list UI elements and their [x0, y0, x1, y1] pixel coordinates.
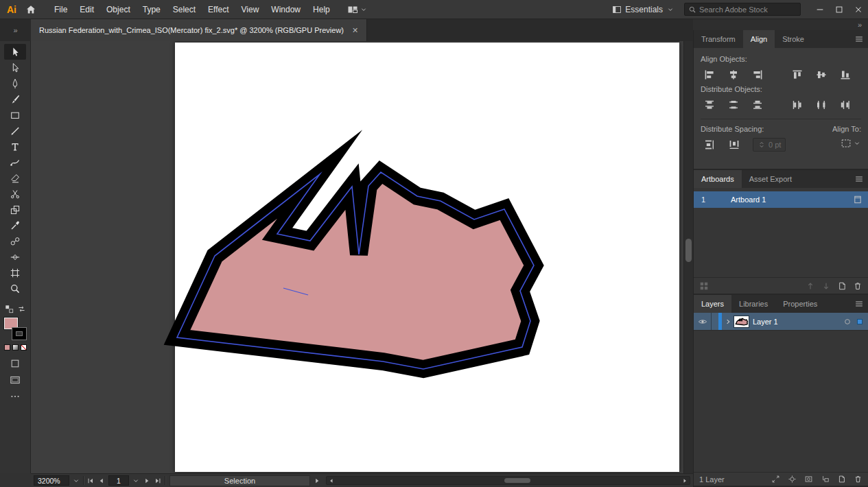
- menu-object[interactable]: Object: [100, 5, 137, 14]
- horizontal-scrollbar[interactable]: [326, 476, 690, 485]
- stroke-swatch[interactable]: [12, 328, 26, 340]
- app-logo[interactable]: Ai: [0, 4, 22, 15]
- status-field[interactable]: Selection: [169, 475, 310, 486]
- edit-toolbar-button[interactable]: [4, 389, 26, 404]
- rectangle-tool[interactable]: [4, 107, 26, 123]
- artboard-name[interactable]: Artboard 1: [713, 195, 853, 204]
- zoom-tool[interactable]: [4, 281, 26, 296]
- new-artboard-icon[interactable]: [837, 281, 847, 291]
- pencil-tool[interactable]: [4, 123, 26, 139]
- tab-asset-export[interactable]: Asset Export: [742, 170, 799, 188]
- align-horizontal-center-button[interactable]: [725, 67, 742, 83]
- menu-type[interactable]: Type: [137, 5, 167, 14]
- scroll-right-icon[interactable]: [681, 477, 688, 484]
- vertical-scrollbar[interactable]: [683, 41, 693, 473]
- zoom-dropdown-icon[interactable]: [72, 477, 80, 485]
- align-horizontal-left-button[interactable]: [701, 67, 718, 83]
- panel-menu-icon[interactable]: [850, 170, 868, 188]
- arrange-documents-button[interactable]: [347, 4, 368, 15]
- selection-tool[interactable]: [4, 44, 26, 60]
- layer-thumbnail[interactable]: [734, 316, 749, 327]
- tab-artboards[interactable]: Artboards: [694, 170, 742, 188]
- eraser-tool[interactable]: [4, 170, 26, 186]
- map-shape[interactable]: [177, 172, 534, 369]
- canvas-area[interactable]: [31, 41, 693, 473]
- expand-panel-icon[interactable]: [771, 475, 780, 484]
- home-button[interactable]: [22, 0, 40, 19]
- menu-select[interactable]: Select: [167, 5, 202, 14]
- double-chevron-icon[interactable]: »: [858, 21, 862, 29]
- stock-search-input[interactable]: [699, 5, 797, 14]
- lock-cell[interactable]: [712, 313, 718, 330]
- layer-name[interactable]: Layer 1: [753, 318, 843, 326]
- blend-tool[interactable]: [4, 233, 26, 249]
- move-up-icon[interactable]: [806, 281, 815, 291]
- pen-tool[interactable]: [4, 75, 26, 91]
- scroll-left-icon[interactable]: [328, 477, 335, 484]
- panel-menu-icon[interactable]: [850, 295, 868, 313]
- layer-selection-indicator[interactable]: [857, 319, 863, 324]
- new-sublayer-icon[interactable]: [821, 475, 830, 484]
- expand-layer-icon[interactable]: [724, 318, 732, 326]
- artboard-page-icon[interactable]: [853, 195, 863, 204]
- artboard-number-field[interactable]: 1: [108, 475, 129, 486]
- vertical-scroll-thumb[interactable]: [685, 239, 692, 262]
- distribute-vertical-center-button[interactable]: [725, 97, 742, 113]
- stock-search-box[interactable]: [684, 3, 801, 16]
- delete-layer-icon[interactable]: [854, 475, 863, 484]
- previous-artboard-button[interactable]: [97, 477, 106, 485]
- distribute-horizontal-right-button[interactable]: [837, 97, 854, 113]
- minimize-button[interactable]: [810, 0, 830, 19]
- layer-row[interactable]: Layer 1: [694, 313, 868, 331]
- layer-target-icon[interactable]: [843, 317, 852, 326]
- toolbar-collapse-button[interactable]: »: [0, 19, 31, 41]
- default-fill-stroke-icon[interactable]: [5, 305, 14, 313]
- distribute-vertical-bottom-button[interactable]: [749, 97, 766, 113]
- screen-mode-button[interactable]: [4, 372, 26, 388]
- spacing-stepper[interactable]: 0 pt: [753, 138, 786, 152]
- type-tool[interactable]: [4, 139, 26, 154]
- color-button[interactable]: [4, 344, 10, 351]
- tab-stroke[interactable]: Stroke: [775, 30, 812, 48]
- distribute-spacing-vertical-button[interactable]: [701, 136, 718, 153]
- distribute-spacing-horizontal-button[interactable]: [725, 136, 743, 153]
- stepper-arrows-icon[interactable]: [758, 141, 766, 149]
- tab-close-icon[interactable]: ✕: [352, 26, 358, 35]
- align-vertical-center-button[interactable]: [812, 67, 830, 83]
- menu-file[interactable]: File: [48, 5, 73, 14]
- direct-selection-tool[interactable]: [4, 60, 26, 75]
- tab-properties[interactable]: Properties: [775, 295, 825, 313]
- curvature-tool[interactable]: [4, 154, 26, 170]
- menu-view[interactable]: View: [235, 5, 266, 14]
- shape-builder-tool[interactable]: [4, 202, 26, 217]
- tab-transform[interactable]: Transform: [694, 30, 743, 48]
- make-clip-mask-icon[interactable]: [804, 475, 813, 484]
- align-horizontal-right-button[interactable]: [749, 67, 766, 83]
- tab-align[interactable]: Align: [743, 30, 775, 48]
- next-artboard-button[interactable]: [143, 477, 151, 485]
- rearrange-artboards-icon[interactable]: [699, 281, 709, 291]
- tab-layers[interactable]: Layers: [694, 295, 731, 313]
- locate-object-icon[interactable]: [788, 475, 797, 484]
- document-tab[interactable]: Russian Federation_with_Crimea_ISO(Merca…: [31, 19, 367, 41]
- scissors-tool[interactable]: [4, 186, 26, 202]
- distribute-horizontal-left-button[interactable]: [788, 97, 806, 113]
- eyedropper-tool[interactable]: [4, 217, 26, 233]
- visibility-toggle[interactable]: [694, 313, 712, 330]
- drawing-mode-button[interactable]: [4, 356, 26, 371]
- move-down-icon[interactable]: [821, 281, 831, 291]
- last-artboard-button[interactable]: [154, 477, 162, 485]
- artboard-row[interactable]: 1 Artboard 1: [694, 191, 868, 208]
- artboard-tool[interactable]: [4, 265, 26, 281]
- menu-edit[interactable]: Edit: [73, 5, 100, 14]
- first-artboard-button[interactable]: [86, 477, 95, 485]
- none-button[interactable]: [21, 344, 27, 351]
- status-menu-icon[interactable]: [313, 477, 321, 485]
- menu-effect[interactable]: Effect: [202, 5, 235, 14]
- paintbrush-tool[interactable]: [4, 91, 26, 107]
- distribute-vertical-top-button[interactable]: [701, 97, 718, 113]
- menu-help[interactable]: Help: [307, 5, 336, 14]
- gradient-button[interactable]: [12, 344, 19, 351]
- panel-menu-icon[interactable]: [850, 30, 868, 48]
- new-layer-icon[interactable]: [837, 475, 846, 484]
